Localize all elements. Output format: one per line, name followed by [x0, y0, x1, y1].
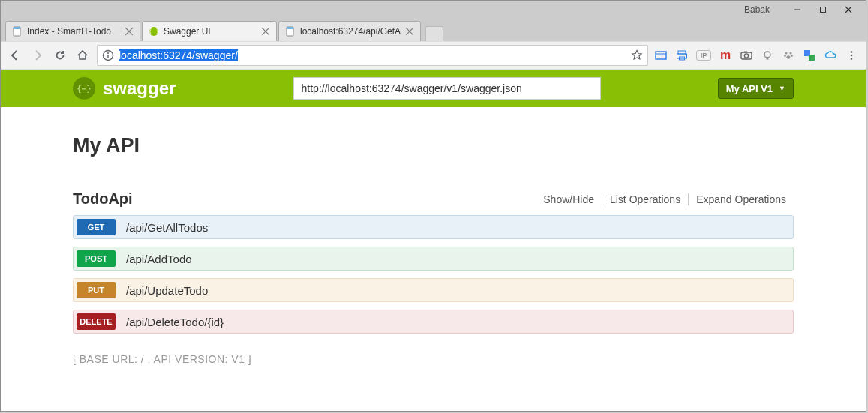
svg-rect-19 — [656, 52, 666, 59]
ext-devtools-icon[interactable] — [654, 49, 668, 62]
url-text: localhost:63274/swagger/ — [119, 49, 238, 61]
tab-0[interactable]: Index - SmartIT-Todo — [5, 21, 140, 41]
api-version-label: My API V1 — [726, 83, 773, 94]
api-footer-meta: [ BASE URL: / , API VERSION: V1 ] — [73, 353, 794, 365]
omnibox[interactable]: localhost:63274/swagger/ — [97, 45, 648, 66]
operation-row[interactable]: DELETE /api/DeleteTodo/{id} — [73, 310, 794, 334]
reload-icon — [54, 49, 66, 61]
svg-rect-1 — [821, 7, 826, 13]
svg-point-31 — [784, 55, 786, 57]
bookmark-star-icon[interactable] — [631, 49, 643, 61]
operation-path: /api/UpdateTodo — [116, 284, 208, 297]
forward-button[interactable] — [29, 47, 46, 64]
svg-rect-26 — [744, 52, 747, 53]
site-info-icon[interactable] — [102, 49, 114, 61]
svg-point-27 — [764, 52, 770, 58]
tab-label: localhost:63274/api/GetA — [300, 26, 401, 37]
browser-window: Babak Index - SmartIT-Todo { } Swagger U… — [0, 0, 866, 412]
svg-point-25 — [744, 54, 748, 58]
api-version-dropdown[interactable]: My API V1 ▼ — [718, 78, 794, 99]
ext-m-icon[interactable]: m — [719, 49, 732, 62]
page-title: My API — [73, 134, 794, 157]
ext-cloud-icon[interactable] — [824, 49, 837, 62]
svg-point-29 — [785, 52, 787, 54]
tabstrip: Index - SmartIT-Todo { } Swagger UI loca… — [1, 19, 866, 41]
user-label: Babak — [744, 4, 770, 15]
svg-rect-28 — [767, 58, 769, 60]
arrow-left-icon — [9, 49, 21, 61]
http-verb-badge: DELETE — [77, 313, 116, 330]
window-minimize-button[interactable] — [785, 1, 810, 18]
window-close-button[interactable] — [836, 1, 861, 18]
tab-label: Index - SmartIT-Todo — [27, 26, 120, 37]
ext-ip-icon[interactable]: IP — [696, 50, 711, 61]
svg-point-33 — [786, 55, 790, 58]
svg-rect-18 — [107, 55, 108, 58]
ext-print-icon[interactable] — [675, 49, 689, 62]
svg-point-36 — [851, 51, 853, 53]
operation-path: /api/AddTodo — [116, 253, 192, 265]
arrow-right-icon — [32, 49, 44, 61]
tab-close-icon[interactable] — [125, 27, 134, 36]
swagger-logo-text: swagger — [103, 78, 176, 99]
svg-rect-13 — [287, 27, 293, 29]
window-maximize-button[interactable] — [810, 1, 836, 18]
page-icon — [285, 26, 296, 37]
http-verb-badge: GET — [77, 219, 116, 235]
svg-point-38 — [851, 58, 853, 60]
ext-translate-icon[interactable] — [803, 49, 816, 62]
operation-row[interactable]: PUT /api/UpdateTodo — [73, 278, 794, 302]
svg-point-32 — [791, 55, 793, 57]
back-button[interactable] — [7, 47, 23, 64]
svg-text:{ }: { } — [149, 28, 159, 35]
section-actions: Show/Hide List Operations Expand Operati… — [536, 193, 794, 205]
swagger-logo[interactable]: {⋯} swagger — [73, 77, 176, 100]
ext-menu-icon[interactable] — [845, 49, 858, 62]
home-icon — [77, 49, 89, 61]
operations-list: GET /api/GetAllTodos POST /api/AddTodo P… — [73, 215, 794, 334]
svg-text:{⋯}: {⋯} — [77, 84, 92, 94]
home-button[interactable] — [74, 47, 91, 64]
url-selected-text: localhost:63274/swagger/ — [119, 49, 238, 61]
swagger-body: My API TodoApi Show/Hide List Operations… — [1, 107, 866, 380]
maximize-icon — [819, 6, 827, 13]
svg-rect-22 — [677, 54, 687, 58]
section-name[interactable]: TodoApi — [73, 190, 133, 208]
swagger-header: {⋯} swagger My API V1 ▼ — [1, 70, 866, 107]
svg-rect-35 — [809, 55, 815, 61]
ext-paw-icon[interactable] — [782, 49, 795, 62]
address-bar: localhost:63274/swagger/ IP m — [1, 41, 866, 70]
minimize-icon — [794, 6, 801, 13]
svg-rect-21 — [678, 51, 686, 54]
swagger-logo-icon: {⋯} — [73, 77, 95, 100]
extension-icons: IP m — [654, 49, 860, 62]
svg-rect-5 — [14, 27, 20, 29]
http-verb-badge: POST — [77, 250, 116, 267]
tab-2[interactable]: localhost:63274/api/GetA — [278, 21, 421, 41]
ext-camera-icon[interactable] — [740, 49, 753, 62]
new-tab-button[interactable] — [425, 26, 443, 41]
tab-close-icon[interactable] — [261, 27, 270, 36]
window-titlebar: Babak — [1, 1, 866, 19]
operation-row[interactable]: GET /api/GetAllTodos — [73, 215, 794, 239]
ext-bulb-icon[interactable] — [761, 49, 774, 62]
viewport: {⋯} swagger My API V1 ▼ My API TodoApi S… — [1, 70, 866, 411]
operation-row[interactable]: POST /api/AddTodo — [73, 247, 794, 271]
svg-point-30 — [789, 52, 791, 54]
action-expand-operations[interactable]: Expand Operations — [688, 193, 794, 205]
swagger-json-url-input[interactable] — [293, 77, 601, 100]
operation-path: /api/GetAllTodos — [116, 221, 208, 234]
operation-path: /api/DeleteTodo/{id} — [116, 316, 224, 328]
svg-point-17 — [107, 52, 109, 54]
section-header: TodoApi Show/Hide List Operations Expand… — [73, 190, 794, 208]
svg-point-37 — [851, 55, 853, 57]
close-icon — [845, 6, 852, 13]
tab-1[interactable]: { } Swagger UI — [142, 21, 277, 41]
reload-button[interactable] — [52, 47, 68, 64]
tab-label: Swagger UI — [164, 26, 257, 37]
page-icon — [12, 26, 23, 37]
swagger-favicon-icon: { } — [149, 26, 159, 37]
action-list-operations[interactable]: List Operations — [602, 193, 688, 205]
action-show-hide[interactable]: Show/Hide — [536, 193, 602, 205]
tab-close-icon[interactable] — [405, 27, 414, 36]
